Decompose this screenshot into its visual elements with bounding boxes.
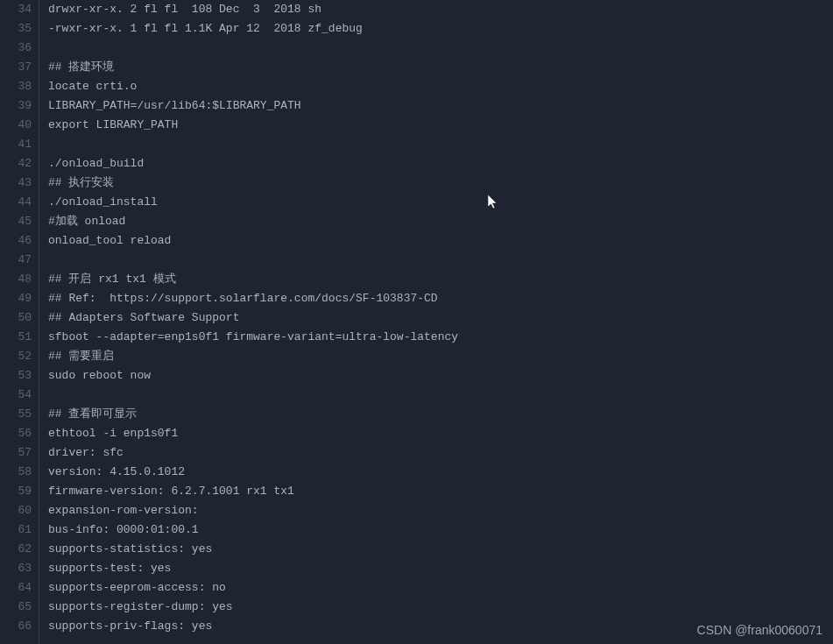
line-number: 35 <box>0 19 32 39</box>
line-number: 47 <box>0 251 32 270</box>
code-line[interactable]: driver: sfc <box>48 443 833 463</box>
code-line[interactable]: ## 执行安装 <box>48 173 833 193</box>
line-number: 48 <box>0 270 32 289</box>
line-number: 64 <box>0 578 32 598</box>
line-number: 39 <box>0 96 32 116</box>
code-line[interactable]: locate crti.o <box>48 77 833 96</box>
line-number: 45 <box>0 212 32 231</box>
code-line[interactable]: #加载 onload <box>48 212 833 231</box>
code-line[interactable]: sudo reboot now <box>48 366 833 386</box>
line-number: 53 <box>0 366 32 386</box>
code-line[interactable]: expansion-rom-version: <box>48 501 833 520</box>
code-line[interactable] <box>48 386 833 405</box>
line-number: 44 <box>0 193 32 212</box>
code-line[interactable]: ## 搭建环境 <box>48 58 833 77</box>
code-line[interactable] <box>48 135 833 154</box>
code-line[interactable]: drwxr-xr-x. 2 fl fl 108 Dec 3 2018 sh <box>48 0 833 19</box>
line-number: 63 <box>0 559 32 578</box>
code-line[interactable]: ./onload_install <box>48 193 833 212</box>
line-number: 36 <box>0 39 32 58</box>
code-content[interactable]: drwxr-xr-x. 2 fl fl 108 Dec 3 2018 sh-rw… <box>39 0 833 644</box>
code-line[interactable]: sfboot --adapter=enp1s0f1 firmware-varia… <box>48 328 833 347</box>
line-number: 61 <box>0 520 32 540</box>
line-number: 51 <box>0 328 32 347</box>
line-number: 57 <box>0 443 32 463</box>
line-number: 37 <box>0 58 32 77</box>
line-number: 55 <box>0 405 32 424</box>
code-line[interactable]: ## 需要重启 <box>48 347 833 366</box>
code-line[interactable]: firmware-version: 6.2.7.1001 rx1 tx1 <box>48 482 833 501</box>
code-line[interactable]: ethtool -i enp1s0f1 <box>48 424 833 443</box>
line-number: 56 <box>0 424 32 443</box>
code-line[interactable]: supports-test: yes <box>48 559 833 578</box>
code-line[interactable]: ## Ref: https://support.solarflare.com/d… <box>48 289 833 308</box>
code-editor[interactable]: 3435363738394041424344454647484950515253… <box>0 0 833 644</box>
line-number: 62 <box>0 540 32 559</box>
code-line[interactable]: ./onload_build <box>48 154 833 173</box>
line-number: 50 <box>0 308 32 328</box>
line-number: 40 <box>0 116 32 135</box>
line-number: 52 <box>0 347 32 366</box>
code-line[interactable]: bus-info: 0000:01:00.1 <box>48 520 833 540</box>
line-number: 59 <box>0 482 32 501</box>
code-line[interactable]: version: 4.15.0.1012 <box>48 463 833 482</box>
code-line[interactable]: -rwxr-xr-x. 1 fl fl 1.1K Apr 12 2018 zf_… <box>48 19 833 39</box>
code-line[interactable]: export LIBRARY_PATH <box>48 116 833 135</box>
code-line[interactable]: ## Adapters Software Support <box>48 308 833 328</box>
code-line[interactable] <box>48 39 833 58</box>
line-number: 38 <box>0 77 32 96</box>
line-number: 41 <box>0 135 32 154</box>
line-number: 60 <box>0 501 32 520</box>
line-number: 54 <box>0 386 32 405</box>
code-line[interactable]: supports-statistics: yes <box>48 540 833 559</box>
line-number: 43 <box>0 173 32 193</box>
line-number: 58 <box>0 463 32 482</box>
line-number: 65 <box>0 598 32 617</box>
code-line[interactable]: onload_tool reload <box>48 231 833 251</box>
code-line[interactable]: supports-eeprom-access: no <box>48 578 833 598</box>
line-number: 34 <box>0 0 32 19</box>
line-number: 49 <box>0 289 32 308</box>
line-number: 66 <box>0 617 32 636</box>
code-line[interactable] <box>48 251 833 270</box>
line-gutter: 3435363738394041424344454647484950515253… <box>0 0 39 644</box>
code-line[interactable]: ## 查看即可显示 <box>48 405 833 424</box>
code-line[interactable]: LIBRARY_PATH=/usr/lib64:$LIBRARY_PATH <box>48 96 833 116</box>
code-line[interactable]: ## 开启 rx1 tx1 模式 <box>48 270 833 289</box>
line-number: 46 <box>0 231 32 251</box>
code-line[interactable]: supports-register-dump: yes <box>48 598 833 617</box>
watermark-text: CSDN @frank0060071 <box>697 623 822 637</box>
line-number: 42 <box>0 154 32 173</box>
